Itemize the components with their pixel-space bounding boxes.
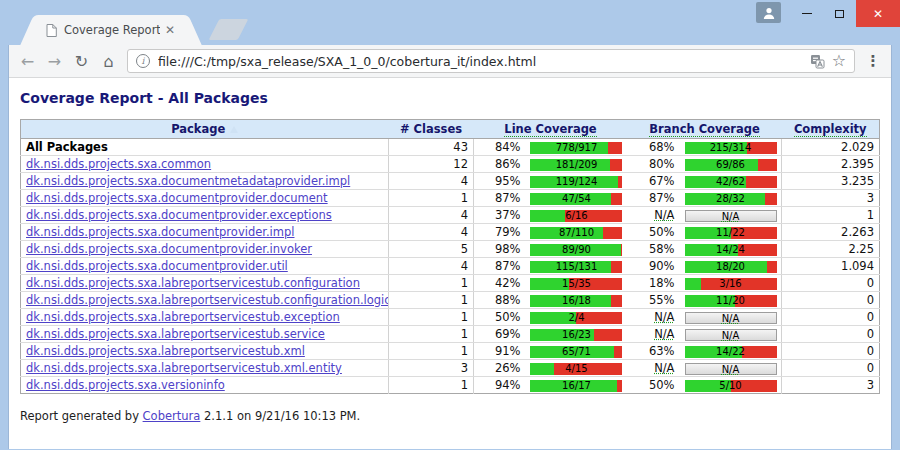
branch-bar-cell: N/A bbox=[680, 360, 782, 377]
package-cell: dk.nsi.dds.projects.sxa.documentprovider… bbox=[21, 258, 389, 275]
cobertura-link[interactable]: Cobertura bbox=[143, 409, 201, 423]
complexity-cell: 3.235 bbox=[782, 173, 880, 190]
package-link[interactable]: dk.nsi.dds.projects.sxa.documentprovider… bbox=[26, 259, 288, 273]
branch-coverage-bar: 14/24 bbox=[685, 244, 777, 256]
table-row: dk.nsi.dds.projects.sxa.documentprovider… bbox=[21, 224, 880, 241]
chrome-menu-button[interactable]: ⋮ bbox=[860, 52, 886, 70]
package-cell: dk.nsi.dds.projects.sxa.common bbox=[21, 156, 389, 173]
report-footer: Report generated by Cobertura 2.1.1 on 9… bbox=[20, 409, 880, 423]
branch-coverage-bar: 3/16 bbox=[685, 278, 777, 290]
branch-bar-cell: 28/32 bbox=[680, 190, 782, 207]
profile-button[interactable] bbox=[756, 2, 781, 23]
classes-cell: 43 bbox=[388, 139, 473, 156]
branch-bar-cell: N/A bbox=[680, 326, 782, 343]
package-link[interactable]: dk.nsi.dds.projects.sxa.labreportservice… bbox=[26, 344, 305, 358]
sort-asc-icon bbox=[230, 126, 238, 133]
column-header-branch-coverage[interactable]: Branch Coverage bbox=[628, 120, 782, 139]
table-row: dk.nsi.dds.projects.sxa.documentprovider… bbox=[21, 241, 880, 258]
column-header-package[interactable]: Package bbox=[21, 120, 389, 139]
complexity-cell: 3 bbox=[782, 190, 880, 207]
branch-pct-cell: 58% bbox=[628, 241, 680, 258]
branch-bar-cell: 14/24 bbox=[680, 241, 782, 258]
line-coverage-bar: 87/110 bbox=[530, 227, 622, 239]
classes-cell: 1 bbox=[388, 190, 473, 207]
package-cell: dk.nsi.dds.projects.sxa.labreportservice… bbox=[21, 343, 389, 360]
package-link[interactable]: dk.nsi.dds.projects.sxa.labreportservice… bbox=[26, 327, 325, 341]
line-coverage-bar: 6/16 bbox=[530, 210, 622, 222]
branch-coverage-bar: 42/62 bbox=[685, 176, 777, 188]
complexity-cell: 2.263 bbox=[782, 224, 880, 241]
branch-coverage-bar: N/A bbox=[685, 312, 777, 324]
url-text[interactable]: file:///C:/tmp/sxa_release/SXA_1_0_0/cob… bbox=[158, 54, 801, 69]
package-link[interactable]: dk.nsi.dds.projects.sxa.documentprovider… bbox=[26, 191, 328, 205]
package-link[interactable]: dk.nsi.dds.projects.sxa.labreportservice… bbox=[26, 310, 340, 324]
line-bar-cell: 16/18 bbox=[525, 292, 627, 309]
line-pct-cell: 86% bbox=[473, 156, 525, 173]
classes-cell: 1 bbox=[388, 343, 473, 360]
package-link[interactable]: dk.nsi.dds.projects.sxa.documentprovider… bbox=[26, 225, 294, 239]
package-link[interactable]: dk.nsi.dds.projects.sxa.versioninfo bbox=[26, 378, 225, 392]
package-cell: dk.nsi.dds.projects.sxa.versioninfo bbox=[21, 377, 389, 394]
package-link[interactable]: dk.nsi.dds.projects.sxa.labreportservice… bbox=[26, 293, 388, 307]
line-bar-cell: 6/16 bbox=[525, 207, 627, 224]
branch-pct-cell: 63% bbox=[628, 343, 680, 360]
branch-pct-cell: 50% bbox=[628, 377, 680, 394]
complexity-cell: 1 bbox=[782, 207, 880, 224]
back-button[interactable]: ← bbox=[14, 48, 41, 75]
page-title: Coverage Report - All Packages bbox=[20, 90, 880, 106]
home-button[interactable]: ⌂ bbox=[95, 48, 122, 75]
window-controls: ✕ bbox=[790, 0, 900, 27]
bookmark-star-icon[interactable]: ☆ bbox=[832, 53, 846, 69]
branch-bar-cell: 42/62 bbox=[680, 173, 782, 190]
reload-button[interactable]: ↻ bbox=[68, 48, 95, 75]
maximize-button[interactable] bbox=[823, 0, 856, 27]
branch-bar-cell: N/A bbox=[680, 309, 782, 326]
line-coverage-bar: 119/124 bbox=[530, 176, 622, 188]
line-coverage-bar: 15/35 bbox=[530, 278, 622, 290]
address-bar[interactable]: i file:///C:/tmp/sxa_release/SXA_1_0_0/c… bbox=[127, 49, 855, 73]
line-pct-cell: 26% bbox=[473, 360, 525, 377]
package-cell: dk.nsi.dds.projects.sxa.documentprovider… bbox=[21, 207, 389, 224]
branch-coverage-bar: 215/314 bbox=[685, 142, 777, 154]
package-link[interactable]: dk.nsi.dds.projects.sxa.labreportservice… bbox=[26, 276, 360, 290]
package-link[interactable]: dk.nsi.dds.projects.sxa.common bbox=[26, 157, 211, 171]
browser-body: ← → ↻ ⌂ i file:///C:/tmp/sxa_release/SXA… bbox=[8, 45, 892, 449]
branch-pct-cell: N/A bbox=[628, 360, 680, 377]
title-bar[interactable]: Coverage Report ✕ ✕ bbox=[0, 0, 900, 45]
classes-cell: 4 bbox=[388, 207, 473, 224]
package-link[interactable]: dk.nsi.dds.projects.sxa.labreportservice… bbox=[26, 361, 342, 375]
close-button[interactable]: ✕ bbox=[856, 0, 900, 27]
package-cell: dk.nsi.dds.projects.sxa.labreportservice… bbox=[21, 309, 389, 326]
branch-coverage-bar: 18/20 bbox=[685, 261, 777, 273]
line-pct-cell: 50% bbox=[473, 309, 525, 326]
column-header-classes[interactable]: # Classes bbox=[388, 120, 473, 139]
forward-button[interactable]: → bbox=[41, 48, 68, 75]
minimize-button[interactable] bbox=[790, 0, 823, 27]
branch-pct-cell: 55% bbox=[628, 292, 680, 309]
browser-tab[interactable]: Coverage Report ✕ bbox=[38, 15, 184, 45]
branch-pct-cell: 90% bbox=[628, 258, 680, 275]
classes-cell: 4 bbox=[388, 258, 473, 275]
new-tab-button[interactable] bbox=[209, 19, 249, 40]
tab-close-icon[interactable]: ✕ bbox=[160, 22, 180, 38]
branch-bar-cell: 215/314 bbox=[680, 139, 782, 156]
column-header-line-coverage[interactable]: Line Coverage bbox=[473, 120, 627, 139]
branch-pct-cell: N/A bbox=[628, 309, 680, 326]
line-bar-cell: 119/124 bbox=[525, 173, 627, 190]
table-row: dk.nsi.dds.projects.sxa.labreportservice… bbox=[21, 360, 880, 377]
package-link[interactable]: dk.nsi.dds.projects.sxa.documentprovider… bbox=[26, 208, 332, 222]
line-coverage-bar: 778/917 bbox=[530, 142, 622, 154]
branch-pct-cell: 50% bbox=[628, 224, 680, 241]
line-bar-cell: 16/17 bbox=[525, 377, 627, 394]
branch-pct-cell: 80% bbox=[628, 156, 680, 173]
package-link[interactable]: dk.nsi.dds.projects.sxa.documentmetadata… bbox=[26, 174, 350, 188]
site-info-icon[interactable]: i bbox=[136, 54, 150, 68]
translate-icon[interactable] bbox=[810, 54, 825, 69]
package-cell: dk.nsi.dds.projects.sxa.labreportservice… bbox=[21, 292, 389, 309]
branch-coverage-bar: 11/22 bbox=[685, 227, 777, 239]
column-header-complexity[interactable]: Complexity bbox=[782, 120, 880, 139]
complexity-cell: 2.25 bbox=[782, 241, 880, 258]
line-pct-cell: 87% bbox=[473, 258, 525, 275]
package-link[interactable]: dk.nsi.dds.projects.sxa.documentprovider… bbox=[26, 242, 312, 256]
classes-cell: 1 bbox=[388, 275, 473, 292]
